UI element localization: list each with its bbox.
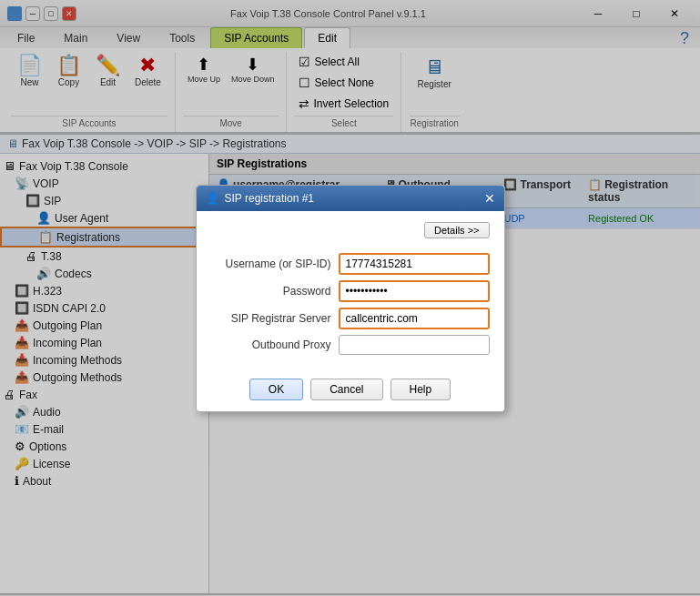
modal-help-button[interactable]: Help <box>391 379 451 400</box>
password-input[interactable] <box>339 280 490 302</box>
outbound-proxy-label: Outbound Proxy <box>211 338 339 351</box>
modal-title-icon: 👤 <box>206 192 219 205</box>
modal-dialog: 👤 SIP registration #1 ✕ Details >> Usern… <box>196 185 505 412</box>
modal-ok-button[interactable]: OK <box>249 379 303 400</box>
modal-footer: OK Cancel Help <box>197 371 504 411</box>
form-row-sip-registrar: SIP Registrar Server <box>211 308 490 329</box>
modal-body: Details >> Username (or SIP-ID) Password… <box>197 211 504 371</box>
username-label: Username (or SIP-ID) <box>211 258 339 270</box>
sip-registrar-input[interactable] <box>339 308 490 329</box>
outbound-proxy-input[interactable] <box>339 335 490 355</box>
modal-overlay: 👤 SIP registration #1 ✕ Details >> Usern… <box>0 0 700 596</box>
modal-close-button[interactable]: ✕ <box>484 191 495 206</box>
modal-title-bar: 👤 SIP registration #1 ✕ <box>197 186 504 211</box>
sip-registrar-label: SIP Registrar Server <box>211 312 339 325</box>
username-input[interactable] <box>339 253 490 275</box>
modal-details-button[interactable]: Details >> <box>424 222 490 238</box>
form-row-password: Password <box>211 280 490 302</box>
form-row-username: Username (or SIP-ID) <box>211 253 490 275</box>
modal-title-content: 👤 SIP registration #1 <box>206 192 315 205</box>
modal-cancel-button[interactable]: Cancel <box>310 379 382 400</box>
password-label: Password <box>211 285 339 298</box>
modal-form: Username (or SIP-ID) Password SIP Regist… <box>211 253 490 355</box>
form-row-outbound-proxy: Outbound Proxy <box>211 335 490 355</box>
modal-title: SIP registration #1 <box>225 192 315 205</box>
